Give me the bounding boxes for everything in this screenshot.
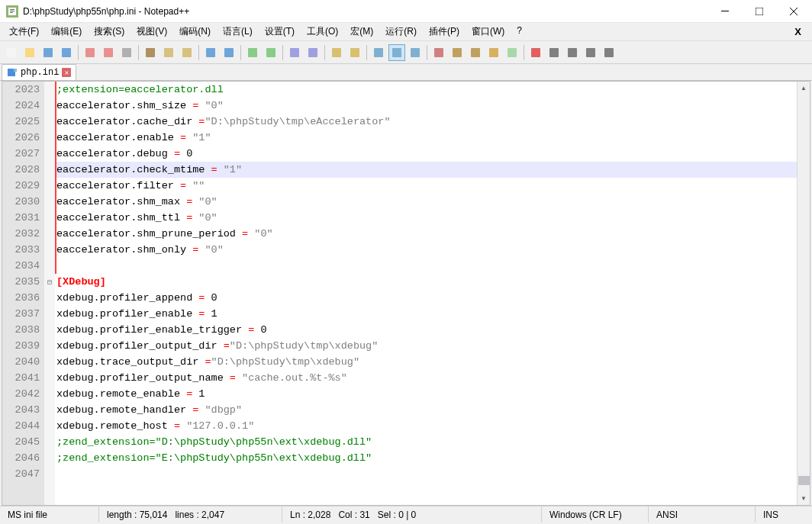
code-area[interactable]: ;extension=eaccelerator.dlleaccelerator.…: [55, 82, 810, 505]
svg-rect-4: [10, 12, 13, 13]
code-line[interactable]: eaccelerator.shm_only = "0": [55, 242, 810, 258]
sync-v-icon[interactable]: [328, 44, 345, 61]
editor[interactable]: 2023202420252026202720282029203020312032…: [2, 81, 810, 506]
zoom-in-icon[interactable]: [286, 44, 303, 61]
svg-rect-5: [721, 11, 729, 11]
code-line[interactable]: xdebug.profiler_enable_trigger = 0: [55, 322, 810, 338]
menu-item[interactable]: 搜索(S): [88, 24, 130, 40]
code-line[interactable]: eaccelerator.shm_max = "0": [55, 194, 810, 210]
zoom-out-icon[interactable]: [304, 44, 321, 61]
svg-rect-28: [434, 48, 443, 57]
wordwrap-icon[interactable]: [370, 44, 387, 61]
close-button[interactable]: [776, 0, 810, 22]
svg-rect-3: [10, 11, 14, 11]
stop-icon[interactable]: [546, 44, 562, 61]
menu-item[interactable]: 工具(O): [301, 24, 344, 40]
svg-rect-32: [508, 48, 517, 57]
code-line[interactable]: xdebug.profiler_output_name = "cache.out…: [55, 370, 810, 386]
code-line[interactable]: xdebug.remote_handler = "dbgp": [55, 402, 810, 418]
all-chars-icon[interactable]: [388, 44, 405, 61]
svg-rect-12: [104, 48, 113, 57]
close-icon[interactable]: [82, 44, 98, 61]
svg-rect-23: [332, 48, 341, 57]
svg-rect-36: [586, 48, 595, 57]
code-line[interactable]: [55, 258, 810, 274]
code-line[interactable]: xdebug.remote_enable = 1: [55, 386, 810, 402]
copy-icon[interactable]: [160, 44, 177, 61]
scroll-up-button[interactable]: ▲: [798, 82, 810, 95]
svg-rect-34: [549, 48, 559, 57]
status-position: Ln : 2,028 Col : 31 Sel : 0 | 0: [282, 506, 542, 522]
indent-guide-icon[interactable]: [407, 44, 424, 61]
save-all-icon[interactable]: [58, 44, 75, 61]
svg-rect-24: [350, 48, 359, 57]
menu-item[interactable]: 设置(T): [259, 24, 301, 40]
code-line[interactable]: xdebug.profiler_enable = 1: [55, 306, 810, 322]
cut-icon[interactable]: [142, 44, 159, 61]
tab-active[interactable]: php.ini ✕: [2, 64, 76, 80]
open-file-icon[interactable]: [21, 44, 38, 61]
record-icon[interactable]: [527, 44, 544, 61]
svg-rect-2: [10, 9, 14, 10]
save-macro-icon[interactable]: [601, 44, 617, 61]
vertical-scrollbar[interactable]: ▲ ▼: [797, 82, 810, 505]
paste-icon[interactable]: [179, 44, 195, 61]
doc-map-icon[interactable]: [449, 44, 466, 61]
code-line[interactable]: ;zend_extension="E:\phpStudy\php55n\ext\…: [55, 450, 810, 466]
menu-item[interactable]: 窗口(W): [466, 24, 511, 40]
svg-rect-18: [224, 48, 234, 57]
code-line[interactable]: ;extension=eaccelerator.dll: [55, 82, 810, 98]
monitor-icon[interactable]: [504, 44, 520, 61]
folder-icon[interactable]: [485, 44, 502, 61]
close-all-icon[interactable]: [100, 44, 117, 61]
code-line[interactable]: eaccelerator.shm_prune_period = "0": [55, 226, 810, 242]
menu-item[interactable]: 插件(P): [423, 24, 466, 40]
sync-h-icon[interactable]: [346, 44, 363, 61]
play-multi-icon[interactable]: [582, 44, 599, 61]
scroll-thumb[interactable]: [798, 476, 810, 485]
minimize-button[interactable]: [707, 0, 742, 22]
menu-item[interactable]: 视图(V): [130, 24, 173, 40]
code-line[interactable]: xdebug.trace_output_dir ="D:\phpStudy\tm…: [55, 354, 810, 370]
code-line[interactable]: eaccelerator.shm_ttl = "0": [55, 210, 810, 226]
redo-icon[interactable]: [221, 44, 237, 61]
code-line[interactable]: eaccelerator.debug = 0: [55, 146, 810, 162]
svg-rect-21: [290, 48, 299, 57]
code-line[interactable]: eaccelerator.shm_size = "0": [55, 98, 810, 114]
code-line[interactable]: xdebug.remote_host = "127.0.0.1": [55, 418, 810, 434]
fold-column[interactable]: ⊟: [44, 82, 55, 505]
print-icon[interactable]: [118, 44, 135, 61]
code-line[interactable]: eaccelerator.filter = "": [55, 178, 810, 194]
statusbar: MS ini file length : 75,014 lines : 2,04…: [0, 506, 812, 522]
menu-item[interactable]: 运行(R): [379, 24, 423, 40]
lang-icon[interactable]: [430, 44, 447, 61]
scroll-track[interactable]: [798, 95, 810, 492]
code-line[interactable]: xdebug.profiler_append = 0: [55, 290, 810, 306]
code-line[interactable]: eaccelerator.enable = "1": [55, 130, 810, 146]
code-line[interactable]: xdebug.profiler_output_dir ="D:\phpStudy…: [55, 338, 810, 354]
status-eol: Windows (CR LF): [542, 506, 649, 522]
maximize-button[interactable]: [742, 0, 776, 22]
code-line[interactable]: ;zend_extension="D:\phpStudy\php55n\ext\…: [55, 434, 810, 450]
code-line[interactable]: eaccelerator.cache_dir ="D:\phpStudy\tmp…: [55, 114, 810, 130]
tab-close-icon[interactable]: ✕: [62, 68, 71, 77]
replace-icon[interactable]: [263, 44, 279, 61]
svg-rect-22: [308, 48, 317, 57]
code-line[interactable]: [55, 466, 810, 482]
play-icon[interactable]: [564, 44, 581, 61]
save-icon[interactable]: [40, 44, 56, 61]
code-line[interactable]: eaccelerator.check_mtime = "1": [55, 162, 810, 178]
new-file-icon[interactable]: [3, 44, 20, 61]
scroll-down-button[interactable]: ▼: [798, 492, 810, 505]
find-icon[interactable]: [244, 44, 261, 61]
undo-icon[interactable]: [202, 44, 219, 61]
menubar-close-button[interactable]: X: [787, 24, 809, 39]
menu-item[interactable]: 编辑(E): [45, 24, 88, 40]
menu-item[interactable]: 宏(M): [344, 24, 379, 40]
func-list-icon[interactable]: [467, 44, 484, 61]
menu-item[interactable]: ?: [511, 24, 528, 40]
menu-item[interactable]: 编码(N): [173, 24, 217, 40]
code-line[interactable]: [XDebug]: [55, 274, 810, 290]
menu-item[interactable]: 文件(F): [3, 24, 45, 40]
menu-item[interactable]: 语言(L): [217, 24, 259, 40]
